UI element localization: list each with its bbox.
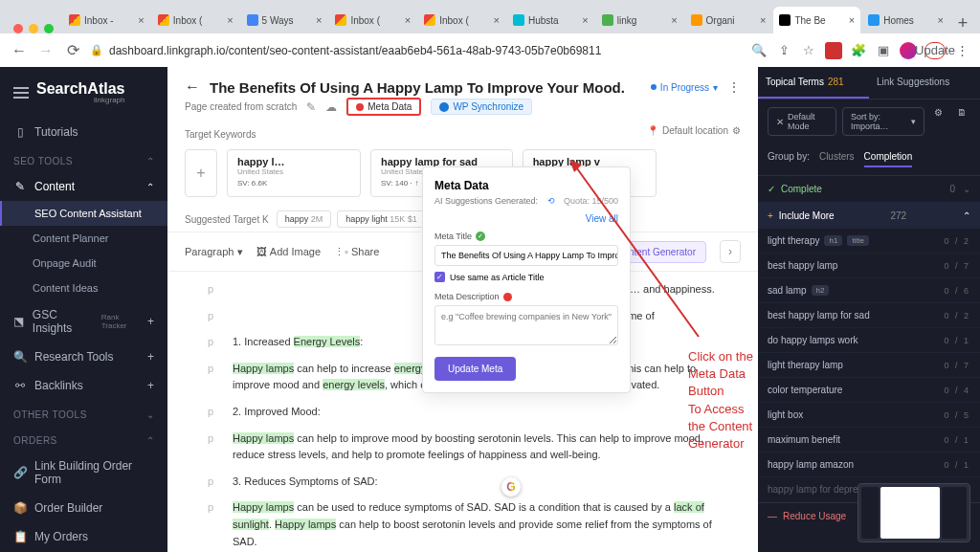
close-tab-icon[interactable]: × [316, 14, 322, 26]
search-icon[interactable]: 🔍 [750, 42, 768, 59]
sort-by-selector[interactable]: Sort by: Importa… ▾ [842, 107, 924, 136]
close-tab-icon[interactable]: × [938, 14, 944, 26]
suggestion-chip[interactable]: happy light 15K $1 [337, 210, 426, 228]
term-row[interactable]: color temperature0 / 4 [758, 378, 980, 403]
paragraph-selector[interactable]: Paragraph ▾ [185, 246, 243, 258]
tab-link-suggestions[interactable]: Link Suggestions [869, 67, 980, 99]
sidebar-order-item[interactable]: 🔗Link Building Order Form [0, 452, 167, 494]
sidebar-subitem[interactable]: SEO Content Assistant [0, 201, 167, 226]
toolbar-next-icon[interactable]: › [720, 240, 741, 263]
section-complete[interactable]: ✓Complete0⌄ [758, 176, 980, 203]
close-window[interactable] [13, 24, 23, 33]
refresh-icon[interactable]: ⟲ [547, 196, 555, 206]
reload-icon[interactable]: ⟳ [63, 41, 82, 59]
paragraph-text[interactable]: Happy lamps can help to improve mood by … [233, 431, 718, 464]
back-icon[interactable]: ← [10, 42, 29, 59]
update-button[interactable]: Update [924, 42, 946, 59]
use-same-checkbox[interactable]: ✓Use same as Article Title [434, 272, 618, 282]
term-row[interactable]: best happy lamp0 / 7 [758, 254, 980, 278]
group-clusters[interactable]: Clusters [819, 151, 855, 167]
browser-tab[interactable]: The Be× [773, 7, 860, 33]
bookmark-icon[interactable]: ☆ [800, 42, 817, 59]
sidebar-subitem[interactable]: Content Ideas [0, 276, 167, 300]
view-all-link[interactable]: View all [586, 213, 618, 224]
chevron-up-icon[interactable]: ⌃ [146, 156, 155, 166]
close-tab-icon[interactable]: × [582, 14, 588, 26]
browser-tab[interactable]: Inbox (× [152, 7, 239, 33]
term-row[interactable]: light therapy lamp0 / 7 [758, 353, 980, 378]
location-selector[interactable]: 📍 Default location ⚙ [647, 125, 741, 136]
browser-tab[interactable]: Inbox (× [418, 7, 505, 33]
close-tab-icon[interactable]: × [760, 14, 766, 26]
browser-tab[interactable]: Homes× [862, 7, 949, 33]
panel-icon[interactable]: ▣ [875, 42, 892, 59]
forward-icon[interactable]: → [36, 42, 56, 59]
sidebar-backlinks[interactable]: ⚯Backlinks+ [0, 371, 167, 400]
plus-icon[interactable]: + [147, 315, 154, 328]
chevron-down-icon[interactable]: ⌄ [146, 409, 155, 420]
term-row[interactable]: happy lamp amazon0 / 1 [758, 453, 980, 477]
paragraph-text[interactable]: 3. Reduces Symptoms of SAD: [233, 474, 718, 491]
edit-icon[interactable]: ✎ [306, 100, 316, 114]
sidebar-content[interactable]: ✎Content⌃ [0, 172, 167, 201]
sidebar-research[interactable]: 🔍Research Tools+ [0, 342, 167, 371]
paragraph-text[interactable]: 2. Improved Mood: [233, 404, 718, 421]
close-tab-icon[interactable]: × [138, 14, 144, 26]
minimize-window[interactable] [29, 24, 38, 33]
group-completion[interactable]: Completion [864, 151, 913, 167]
default-mode-pill[interactable]: ✕Default Mode [768, 107, 836, 136]
browser-tab[interactable]: Inbox (× [329, 7, 416, 33]
add-image-button[interactable]: 🖼 Add Image [256, 246, 321, 257]
share-icon[interactable]: ⇪ [775, 42, 792, 59]
suggestion-chip[interactable]: happy 2M [277, 210, 332, 228]
browser-tab[interactable]: Inbox -× [63, 7, 150, 33]
hamburger-icon[interactable] [13, 87, 29, 99]
sidebar-order-item[interactable]: 📋My Orders [0, 522, 167, 551]
term-row[interactable]: light therapyh1title0 / 2 [758, 229, 980, 254]
google-badge-icon[interactable]: G [501, 477, 521, 497]
meta-title-input[interactable]: The Benefits Of Using A Happy Lamp To Im… [434, 245, 618, 266]
sidebar-order-item[interactable]: 📦Order Builder [0, 494, 167, 522]
close-tab-icon[interactable]: × [671, 14, 677, 26]
paragraph-text[interactable]: Happy lamps can be used to reduce sympto… [233, 499, 718, 550]
chevron-up-icon[interactable]: ⌃ [146, 435, 155, 446]
plus-icon[interactable]: + [147, 350, 154, 364]
extensions-icon[interactable]: 🧩 [850, 42, 867, 59]
browser-menu-icon[interactable]: ⋮ [953, 42, 970, 59]
gear-icon[interactable]: ⚙ [930, 107, 947, 136]
add-keyword-button[interactable]: + [185, 149, 217, 197]
tab-topical-terms[interactable]: Topical Terms281 [758, 67, 869, 99]
update-meta-button[interactable]: Update Meta [434, 357, 516, 381]
close-tab-icon[interactable]: × [227, 14, 233, 26]
plus-icon[interactable]: + [147, 379, 154, 392]
browser-tab[interactable]: linkg× [596, 7, 683, 33]
term-row[interactable]: light box0 / 5 [758, 403, 980, 428]
close-tab-icon[interactable]: × [849, 14, 855, 26]
term-row[interactable]: best happy lamp for sad0 / 2 [758, 303, 980, 328]
meta-data-button[interactable]: Meta Data [346, 98, 421, 116]
extension-badge[interactable]: ⬚ [825, 42, 842, 59]
meta-description-input[interactable] [434, 305, 618, 345]
close-tab-icon[interactable]: × [494, 14, 500, 26]
share-button[interactable]: ⋮◦ Share [334, 246, 379, 258]
section-include-more[interactable]: +Include More272⌃ [758, 203, 980, 229]
sidebar-gsc[interactable]: ⬔GSC InsightsRank Tracker+ [0, 300, 167, 342]
browser-tab[interactable]: Organi× [685, 7, 772, 33]
back-arrow-icon[interactable]: ← [185, 78, 200, 96]
sidebar-subitem[interactable]: Onpage Audit [0, 251, 167, 276]
term-row[interactable]: sad lamph20 / 6 [758, 278, 980, 303]
term-row[interactable]: do happy lamps work0 / 1 [758, 328, 980, 353]
new-tab-button[interactable]: + [951, 13, 974, 33]
minimap-preview[interactable] [858, 483, 970, 542]
maximize-window[interactable] [44, 24, 54, 33]
cloud-icon[interactable]: ☁ [325, 100, 337, 114]
wp-synchronize-button[interactable]: WP Synchronize [431, 99, 532, 115]
status-badge[interactable]: In Progress ▾ [651, 82, 718, 93]
sidebar-tutorials[interactable]: ▯Tutorials [0, 118, 167, 146]
term-row[interactable]: maximum benefit0 / 1 [758, 428, 980, 453]
url-bar[interactable]: 🔒 dashboard.linkgraph.io/content/seo-con… [90, 44, 743, 57]
close-tab-icon[interactable]: × [405, 14, 411, 26]
keyword-card[interactable]: happy l…United StatesSV: 6.6K [227, 149, 361, 197]
export-icon[interactable]: 🗎 [953, 107, 970, 136]
sidebar-subitem[interactable]: Content Planner [0, 226, 167, 251]
